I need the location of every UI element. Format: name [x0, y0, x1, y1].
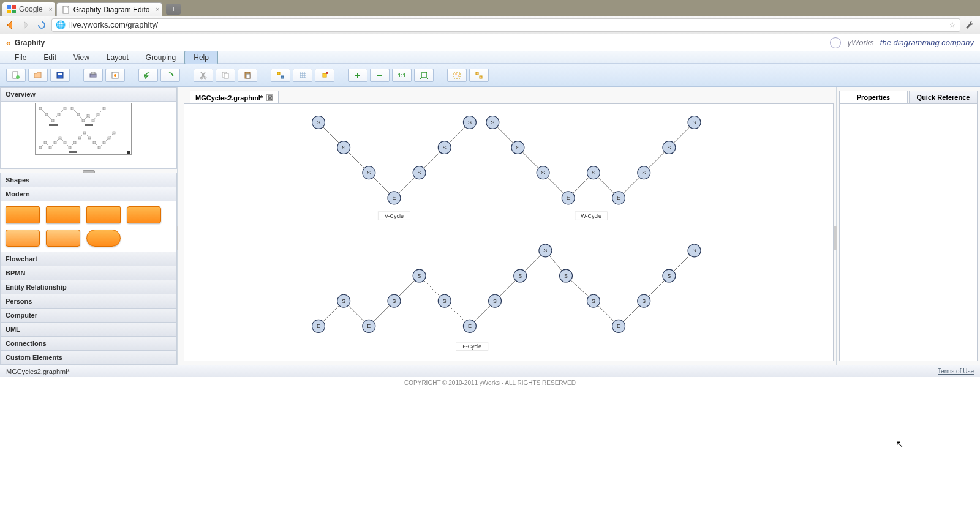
- shapes-panel-header[interactable]: Shapes: [0, 173, 177, 187]
- new-document-button[interactable]: [6, 69, 26, 82]
- right-splitter-handle[interactable]: [834, 226, 837, 250]
- selection-tool-button[interactable]: [271, 69, 290, 82]
- shapes-category-modern[interactable]: Modern: [0, 187, 177, 201]
- category-connections[interactable]: Connections: [0, 337, 177, 351]
- export-button[interactable]: [105, 69, 125, 82]
- svg-text:F-Cycle: F-Cycle: [462, 343, 481, 350]
- menu-grouping[interactable]: Grouping: [137, 51, 184, 64]
- browser-tab-graphity[interactable]: Graphity Diagram Edito ×: [56, 2, 163, 16]
- svg-rect-50: [74, 141, 76, 144]
- undo-button[interactable]: [138, 69, 158, 82]
- paste-button[interactable]: [238, 69, 257, 82]
- svg-rect-37: [82, 119, 85, 122]
- zoom-in-button[interactable]: [348, 69, 368, 82]
- document-tab[interactable]: MGCycles2.graphml* ⊠: [190, 91, 279, 104]
- svg-rect-33: [64, 107, 66, 110]
- footer-copyright: COPYRIGHT © 2010-2011 yWorks - ALL RIGHT…: [0, 377, 980, 388]
- svg-rect-32: [58, 113, 60, 116]
- svg-rect-43: [39, 146, 42, 149]
- google-favicon-icon: [7, 5, 16, 13]
- svg-text:E: E: [567, 195, 570, 201]
- save-button[interactable]: [50, 69, 70, 82]
- group-button[interactable]: [447, 69, 467, 82]
- url-bar[interactable]: 🌐 live.yworks.com/graphity/ ☆: [51, 18, 960, 32]
- document-close-icon[interactable]: ⊠: [266, 94, 273, 101]
- snap-toggle-button[interactable]: [315, 69, 334, 82]
- svg-text:S: S: [642, 170, 646, 176]
- bookmark-star-icon[interactable]: ☆: [949, 20, 956, 29]
- canvas-area: MGCycles2.graphml* ⊠ SSSESSSV-CycleSSSES…: [178, 87, 836, 365]
- zoom-out-button[interactable]: [370, 69, 390, 82]
- svg-text:S: S: [642, 298, 646, 304]
- tab-close-icon[interactable]: ×: [49, 6, 53, 13]
- zoom-fit-button[interactable]: [414, 69, 434, 82]
- category-computer[interactable]: Computer: [0, 309, 177, 323]
- tab-quick-reference[interactable]: Quick Reference: [909, 91, 978, 104]
- wrench-menu-button[interactable]: [964, 19, 976, 31]
- browser-tab-label: Graphity Diagram Edito: [74, 6, 150, 14]
- svg-text:V-Cycle: V-Cycle: [385, 213, 404, 219]
- copy-button[interactable]: [216, 69, 235, 82]
- category-flowchart[interactable]: Flowchart: [0, 252, 177, 266]
- back-button[interactable]: [4, 19, 16, 31]
- properties-panel-body: [839, 103, 978, 361]
- forward-button[interactable]: [20, 19, 32, 31]
- category-custom-elements[interactable]: Custom Elements: [0, 351, 177, 365]
- ungroup-button[interactable]: [469, 69, 489, 82]
- print-button[interactable]: [83, 69, 103, 82]
- svg-rect-8: [58, 73, 62, 75]
- category-persons[interactable]: Persons: [0, 294, 177, 309]
- shape-bevel-1[interactable]: [6, 230, 40, 247]
- svg-text:S: S: [392, 298, 396, 304]
- svg-rect-48: [64, 141, 66, 144]
- overview-panel-header[interactable]: Overview: [0, 87, 177, 102]
- svg-text:S: S: [518, 273, 522, 279]
- open-document-button[interactable]: [28, 69, 48, 82]
- shape-bevel-2[interactable]: [46, 230, 80, 247]
- zoom-1-1-button[interactable]: 1:1: [392, 69, 412, 82]
- shapes-palette: [0, 201, 177, 252]
- shape-rect-2[interactable]: [46, 206, 80, 223]
- zoom-ratio-label: 1:1: [398, 72, 405, 78]
- menu-view[interactable]: View: [65, 51, 98, 64]
- category-entity-relationship[interactable]: Entity Relationship: [0, 280, 177, 294]
- menu-layout[interactable]: Layout: [98, 51, 137, 64]
- grid-toggle-button[interactable]: [293, 69, 312, 82]
- brand-area: yWorks the diagramming company: [830, 37, 974, 48]
- svg-rect-45: [49, 146, 51, 149]
- terms-of-use-link[interactable]: Terms of Use: [938, 368, 974, 375]
- shape-rect-1[interactable]: [6, 206, 40, 223]
- menu-edit[interactable]: Edit: [35, 51, 65, 64]
- svg-text:E: E: [617, 323, 620, 329]
- browser-tab-google[interactable]: Google ×: [2, 2, 55, 16]
- svg-rect-51: [78, 137, 81, 139]
- menu-help[interactable]: Help: [184, 51, 218, 64]
- category-uml[interactable]: UML: [0, 323, 177, 337]
- svg-text:S: S: [443, 144, 447, 151]
- shape-pill[interactable]: [86, 230, 121, 247]
- svg-point-22: [326, 72, 328, 74]
- browser-tabs-bar: Google × Graphity Diagram Edito × +: [0, 0, 980, 16]
- svg-rect-34: [49, 124, 58, 126]
- category-bpmn[interactable]: BPMN: [0, 266, 177, 280]
- reload-button[interactable]: [36, 19, 48, 31]
- redo-button[interactable]: [160, 69, 180, 82]
- tab-close-icon[interactable]: ×: [156, 6, 160, 13]
- shape-rect-3[interactable]: [86, 206, 121, 223]
- svg-text:S: S: [516, 144, 519, 151]
- shape-rounded-1[interactable]: [127, 206, 161, 223]
- overview-slider-handle[interactable]: [83, 170, 95, 173]
- new-tab-button[interactable]: +: [166, 4, 181, 15]
- svg-rect-18: [246, 74, 250, 78]
- tab-properties[interactable]: Properties: [839, 91, 908, 104]
- overview-minimap[interactable]: [0, 102, 177, 169]
- right-sidebar: Properties Quick Reference: [836, 87, 980, 365]
- cut-button[interactable]: [194, 69, 213, 82]
- svg-text:S: S: [493, 298, 497, 304]
- svg-rect-16: [224, 73, 228, 78]
- graph-canvas[interactable]: SSSESSSV-CycleSSSESESSSW-CycleESESSSESSS…: [184, 103, 834, 361]
- collapse-chevron-icon[interactable]: «: [6, 38, 11, 48]
- document-tab-title: MGCycles2.graphml*: [195, 94, 263, 102]
- svg-rect-59: [69, 151, 77, 153]
- menu-file[interactable]: File: [6, 51, 35, 64]
